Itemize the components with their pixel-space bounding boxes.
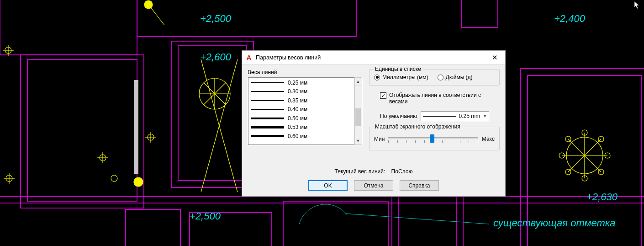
lineweight-item-label: 0.30 мм (288, 88, 307, 95)
lineweights-label: Веса линий (248, 69, 363, 75)
svg-rect-54 (134, 80, 138, 174)
dialog-title: Параметры весов линий (256, 54, 484, 61)
display-lineweight-checkbox[interactable]: ✓ (380, 92, 386, 99)
dropdown-value: 0.25 mm (459, 113, 480, 119)
svg-rect-4 (171, 41, 253, 187)
svg-line-19 (148, 5, 164, 25)
lineweight-item-label: 0.60 мм (288, 133, 307, 139)
svg-point-38 (111, 175, 117, 182)
display-scale-fieldset: Масштаб экранного отображения Мин Макс (369, 127, 500, 150)
lineweight-sample-icon (251, 105, 284, 114)
chevron-down-icon: ▼ (483, 114, 487, 118)
lineweight-sample-icon (251, 87, 284, 96)
lineweight-sample-icon (251, 96, 284, 105)
lineweight-sample-icon (423, 116, 456, 117)
scroll-thumb[interactable] (355, 108, 361, 126)
lineweight-list-item[interactable]: 0.50 мм (248, 114, 354, 123)
svg-rect-6 (126, 209, 180, 246)
lineweight-item-label: 0.25 мм (288, 80, 307, 86)
lineweight-item-label: 0.53 мм (288, 124, 307, 130)
annotation-text: существующая отметка (493, 217, 616, 229)
ok-button[interactable]: OK (308, 180, 348, 191)
lineweight-list-item[interactable]: 0.60 мм (248, 132, 354, 141)
lineweight-list-item[interactable]: 0.25 мм (248, 78, 354, 87)
cancel-button[interactable]: Отмена (354, 180, 393, 191)
radio-label: Дюймы (д) (446, 74, 473, 80)
lineweight-item-label: 0.50 мм (288, 115, 307, 122)
units-legend: Единицы в списке (373, 66, 423, 72)
autocad-app-icon: A (245, 53, 253, 62)
check-icon: ✓ (381, 93, 385, 98)
cursor-icon (634, 1, 640, 11)
lineweight-sample-icon (251, 114, 284, 123)
units-inches-radio[interactable]: Дюймы (д) (438, 74, 473, 80)
lineweight-list-item[interactable]: 0.35 мм (248, 96, 354, 105)
slider-min-label: Мин (374, 136, 385, 142)
slider-thumb[interactable] (430, 134, 434, 143)
lineweight-listbox[interactable]: 0.25 мм0.30 мм0.35 мм0.40 мм0.50 мм0.53 … (248, 77, 354, 145)
lineweight-sample-icon (251, 123, 284, 132)
lineweight-sample-icon (251, 132, 284, 141)
scroll-down-arrow-icon[interactable]: ▼ (354, 137, 362, 144)
svg-rect-8 (283, 201, 388, 246)
current-lineweight-row: Текущий вес линий: ПоСлою (242, 168, 505, 176)
svg-rect-3 (21, 55, 144, 208)
svg-line-55 (345, 214, 489, 224)
current-lineweight-value: ПоСлою (391, 168, 413, 175)
display-scale-slider[interactable] (388, 133, 478, 145)
radio-icon (374, 75, 380, 80)
default-lineweight-dropdown[interactable]: 0.25 mm ▼ (421, 111, 489, 121)
radio-icon (438, 75, 443, 80)
slider-max-label: Макс (482, 136, 495, 142)
help-button[interactable]: Справка (400, 180, 439, 191)
close-icon: ✕ (492, 53, 498, 62)
elevation-label: +2,500 (190, 210, 221, 222)
default-label: По умолчанию (380, 113, 417, 119)
units-mm-radio[interactable]: Миллиметры (мм) (374, 74, 428, 80)
elevation-label: +2,500 (200, 13, 231, 25)
svg-rect-2 (27, 59, 137, 201)
svg-rect-5 (178, 46, 247, 181)
svg-rect-0 (0, 0, 137, 55)
lineweight-sample-icon (251, 78, 284, 87)
scroll-up-arrow-icon[interactable]: ▲ (354, 78, 362, 86)
current-lineweight-label: Текущий вес линий: (335, 168, 385, 175)
listbox-scrollbar[interactable]: ▲ ▼ (354, 77, 362, 145)
display-scale-legend: Масштаб экранного отображения (373, 123, 462, 130)
scroll-track[interactable] (354, 86, 362, 137)
svg-rect-1 (137, 0, 356, 37)
units-fieldset: Единицы в списке Миллиметры (мм) Дюймы (… (369, 69, 500, 86)
lineweight-item-label: 0.35 мм (288, 97, 307, 104)
lineweight-list-item[interactable]: 0.40 мм (248, 105, 354, 114)
svg-point-37 (134, 177, 143, 187)
radio-label: Миллиметры (мм) (382, 74, 428, 80)
svg-rect-9 (461, 0, 498, 27)
lineweight-item-label: 0.40 мм (288, 106, 307, 112)
close-button[interactable]: ✕ (484, 51, 505, 64)
lineweight-settings-dialog: A Параметры весов линий ✕ Веса линий 0.2… (242, 50, 506, 197)
elevation-label: +2,400 (554, 13, 585, 25)
dialog-titlebar[interactable]: A Параметры весов линий ✕ (242, 51, 505, 64)
display-lineweight-label: Отображать линии в соответствии с весами (389, 92, 485, 105)
elevation-label: +2,600 (200, 51, 231, 63)
lineweight-list-item[interactable]: 0.30 мм (248, 87, 354, 96)
elevation-label: +2,630 (586, 191, 618, 203)
lineweight-list-item[interactable]: 0.53 мм (248, 123, 354, 132)
